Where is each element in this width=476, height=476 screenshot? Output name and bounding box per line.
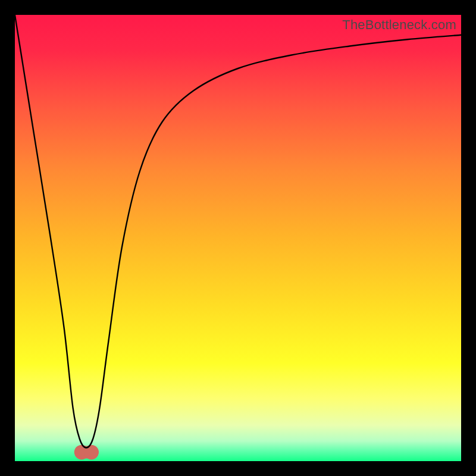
bottleneck-chart	[15, 15, 461, 461]
chart-frame: TheBottleneck.com	[0, 0, 476, 476]
watermark-text: TheBottleneck.com	[342, 17, 456, 33]
plot-area: TheBottleneck.com	[15, 15, 461, 461]
gradient-background	[15, 15, 461, 461]
